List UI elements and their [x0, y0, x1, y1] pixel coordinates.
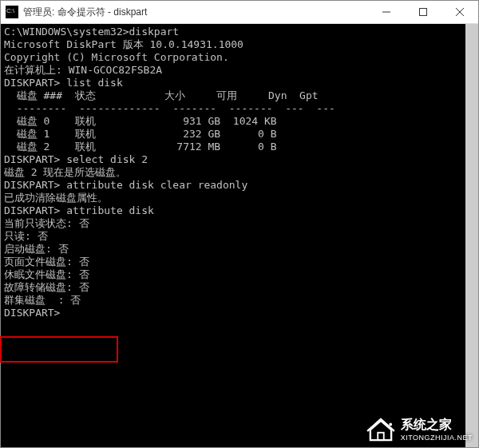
window-title: 管理员: 命令提示符 - diskpart	[23, 6, 368, 19]
terminal-line: 启动磁盘: 否	[4, 243, 475, 256]
terminal-line: 群集磁盘 : 否	[4, 294, 475, 307]
terminal-line: Copyright (C) Microsoft Corporation.	[4, 51, 475, 64]
terminal-line: -------- ------------- ------- ------- -…	[4, 102, 475, 115]
svg-rect-1	[420, 9, 427, 16]
terminal-line: DISKPART> attribute disk clear readonly	[4, 179, 475, 192]
close-button[interactable]	[441, 1, 478, 23]
window-controls	[368, 1, 478, 23]
terminal-line: DISKPART> list disk	[4, 77, 475, 89]
minimize-button[interactable]	[368, 1, 405, 23]
terminal-line: 故障转储磁盘: 否	[4, 281, 475, 294]
scrollbar-thumb[interactable]	[465, 24, 478, 447]
titlebar[interactable]: 管理员: 命令提示符 - diskpart	[1, 1, 478, 24]
terminal-line: 磁盘 2 现在是所选磁盘。	[4, 166, 475, 179]
terminal-line: DISKPART> attribute disk	[4, 204, 475, 217]
terminal-output[interactable]: C:\WINDOWS\system32>diskpartMicrosoft Di…	[1, 24, 478, 447]
terminal-line: 已成功清除磁盘属性。	[4, 192, 475, 204]
vertical-scrollbar[interactable]	[465, 24, 478, 447]
minimize-icon	[382, 8, 390, 16]
terminal-line: 磁盘 ### 状态 大小 可用 Dyn Gpt	[4, 89, 475, 102]
terminal-line: DISKPART> select disk 2	[4, 153, 475, 166]
terminal-line: 磁盘 1 联机 232 GB 0 B	[4, 128, 475, 141]
app-window: 管理员: 命令提示符 - diskpart C:\WINDOWS\system3…	[0, 0, 479, 448]
maximize-icon	[419, 8, 427, 16]
terminal-line: 只读: 否	[4, 230, 475, 243]
terminal-line: C:\WINDOWS\system32>diskpart	[4, 26, 475, 38]
terminal-line: 休眠文件磁盘: 否	[4, 268, 475, 281]
terminal-line: 磁盘 0 联机 931 GB 1024 KB	[4, 115, 475, 128]
terminal-line: Microsoft DiskPart 版本 10.0.14931.1000	[4, 38, 475, 51]
cmd-icon	[6, 6, 18, 18]
terminal-line: 磁盘 2 联机 7712 MB 0 B	[4, 141, 475, 153]
terminal-line: 当前只读状态: 否	[4, 217, 475, 230]
maximize-button[interactable]	[405, 1, 441, 23]
terminal-line: 在计算机上: WIN-GCOC82FSB2A	[4, 64, 475, 77]
terminal-line: 页面文件磁盘: 否	[4, 256, 475, 268]
close-icon	[456, 8, 464, 16]
terminal-line: DISKPART>	[4, 307, 475, 319]
